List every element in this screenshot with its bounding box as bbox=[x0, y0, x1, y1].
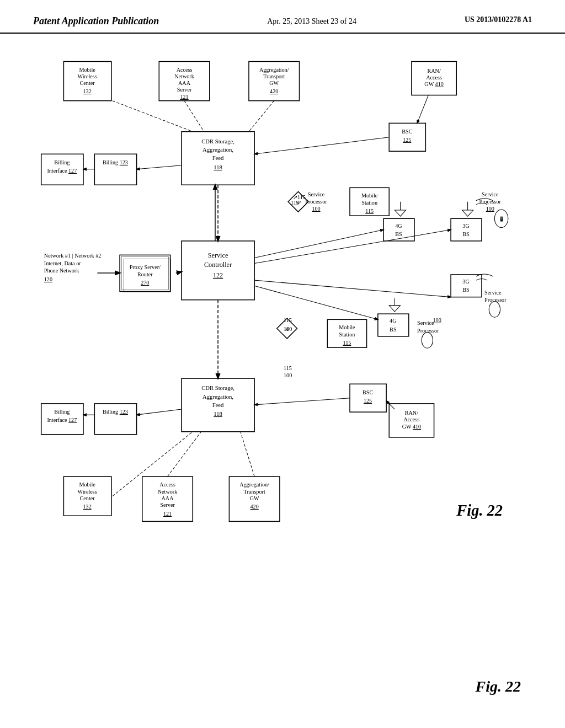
svg-text:Mobile: Mobile bbox=[79, 481, 95, 488]
svg-text:420: 420 bbox=[270, 88, 278, 94]
svg-text:Aggregation/: Aggregation/ bbox=[259, 67, 289, 73]
svg-point-105 bbox=[422, 333, 433, 348]
svg-rect-92 bbox=[378, 314, 409, 336]
svg-text:Network: Network bbox=[158, 489, 178, 495]
svg-text:Wireless: Wireless bbox=[78, 73, 97, 79]
svg-text:Billing: Billing bbox=[54, 159, 70, 165]
svg-text:Network #1  |  Network #2: Network #1 | Network #2 bbox=[44, 253, 102, 259]
svg-text:BS: BS bbox=[395, 231, 402, 237]
svg-marker-57 bbox=[395, 210, 406, 216]
svg-line-149 bbox=[241, 432, 254, 477]
svg-text:RAN/: RAN/ bbox=[427, 68, 440, 74]
sheet-info: Apr. 25, 2013 Sheet 23 of 24 bbox=[267, 15, 356, 27]
svg-text:Server: Server bbox=[177, 87, 192, 93]
svg-line-38 bbox=[417, 95, 428, 124]
svg-text:Service: Service bbox=[208, 251, 228, 259]
svg-text:BSC: BSC bbox=[363, 389, 373, 395]
svg-text:Router: Router bbox=[137, 271, 153, 277]
svg-text:125: 125 bbox=[364, 398, 372, 404]
svg-text:GW 410: GW 410 bbox=[424, 81, 444, 87]
svg-text:Access: Access bbox=[426, 74, 442, 81]
svg-text:Mobile: Mobile bbox=[361, 192, 378, 199]
svg-text:Billing: Billing bbox=[54, 409, 70, 415]
svg-text:Service: Service bbox=[482, 191, 499, 197]
svg-text:4G: 4G bbox=[390, 318, 397, 324]
svg-text:Service: Service bbox=[417, 320, 434, 326]
svg-line-130 bbox=[386, 401, 395, 409]
svg-text:100: 100 bbox=[486, 206, 494, 212]
svg-text:420: 420 bbox=[250, 504, 259, 510]
svg-line-37 bbox=[249, 101, 274, 132]
svg-text:Aggregation,: Aggregation, bbox=[202, 146, 233, 153]
svg-text:Interface 127: Interface 127 bbox=[47, 417, 77, 423]
svg-text:Transport: Transport bbox=[244, 489, 265, 495]
svg-line-83 bbox=[254, 230, 451, 264]
svg-text:3G: 3G bbox=[462, 279, 470, 285]
svg-text:Wireless: Wireless bbox=[78, 489, 97, 495]
svg-text:Mobile: Mobile bbox=[79, 67, 95, 73]
svg-rect-74 bbox=[182, 241, 254, 300]
svg-text:Access: Access bbox=[159, 481, 175, 488]
svg-text:BS: BS bbox=[462, 231, 470, 237]
svg-marker-95 bbox=[389, 306, 400, 312]
patent-title: Patent Application Publication bbox=[33, 15, 159, 27]
svg-text:125: 125 bbox=[403, 137, 411, 143]
svg-text:132: 132 bbox=[83, 88, 91, 94]
svg-line-39 bbox=[254, 137, 389, 154]
svg-text:CDR Storage,: CDR Storage, bbox=[201, 384, 234, 391]
svg-line-78 bbox=[176, 272, 182, 273]
svg-text:118: 118 bbox=[214, 410, 222, 417]
svg-text:100: 100 bbox=[433, 317, 441, 323]
svg-text:AAA: AAA bbox=[178, 80, 191, 86]
svg-line-84 bbox=[254, 280, 451, 297]
figure-label: Fig. 22 bbox=[476, 678, 521, 695]
svg-text:AAA: AAA bbox=[162, 495, 174, 501]
svg-text:121: 121 bbox=[163, 511, 172, 517]
svg-text:115: 115 bbox=[284, 365, 292, 371]
svg-text:Billing 123: Billing 123 bbox=[103, 409, 128, 415]
svg-text:SP: SP bbox=[296, 200, 301, 205]
svg-text:115: 115 bbox=[365, 208, 374, 214]
page: Patent Application Publication Apr. 25, … bbox=[0, 0, 565, 728]
svg-text:100: 100 bbox=[312, 206, 320, 212]
svg-line-33 bbox=[137, 165, 182, 169]
svg-text:Aggregation,: Aggregation, bbox=[202, 393, 233, 400]
svg-text:GW: GW bbox=[269, 80, 279, 86]
svg-text:115: 115 bbox=[343, 340, 351, 346]
svg-line-82 bbox=[254, 230, 383, 258]
svg-text:122: 122 bbox=[213, 271, 223, 279]
svg-text:Billing 123: Billing 123 bbox=[103, 159, 128, 165]
svg-text:GW: GW bbox=[250, 495, 259, 501]
svg-line-117 bbox=[137, 409, 182, 415]
svg-text:Transport: Transport bbox=[263, 73, 285, 79]
svg-text:Controller: Controller bbox=[204, 261, 232, 269]
svg-text:120: 120 bbox=[44, 276, 52, 282]
svg-line-147 bbox=[113, 432, 193, 496]
svg-text:GW 410: GW 410 bbox=[402, 424, 422, 430]
svg-text:Server: Server bbox=[160, 502, 175, 508]
svg-text:Internet, Data or: Internet, Data or bbox=[44, 260, 81, 266]
svg-text:SP: SP bbox=[285, 327, 290, 332]
svg-text:CDR Storage,: CDR Storage, bbox=[201, 138, 234, 144]
svg-line-123 bbox=[254, 398, 350, 405]
svg-text:BS: BS bbox=[390, 326, 397, 333]
diagram-area: Mobile Wireless Center 132 Access Networ… bbox=[0, 34, 565, 718]
figure-22-diagram: Mobile Wireless Center 132 Access Networ… bbox=[11, 45, 554, 706]
svg-text:Feed: Feed bbox=[212, 402, 224, 408]
svg-text:RAN/: RAN/ bbox=[405, 410, 418, 416]
svg-line-35 bbox=[113, 101, 193, 132]
svg-text:BS: BS bbox=[462, 287, 470, 293]
svg-text:Station: Station bbox=[339, 331, 355, 338]
svg-text:📱: 📱 bbox=[499, 216, 505, 222]
svg-rect-86 bbox=[451, 275, 482, 297]
svg-text:Station: Station bbox=[361, 200, 377, 206]
svg-text:Access: Access bbox=[404, 416, 420, 422]
svg-text:Feed: Feed bbox=[212, 154, 224, 161]
patent-number: US 2013/0102278 A1 bbox=[465, 15, 532, 24]
svg-text:118: 118 bbox=[214, 164, 222, 170]
svg-text:Proxy Server/: Proxy Server/ bbox=[130, 264, 161, 270]
svg-text:270: 270 bbox=[141, 280, 149, 286]
svg-text:Interface 127: Interface 127 bbox=[47, 168, 77, 174]
svg-rect-54 bbox=[383, 218, 414, 241]
svg-text:Phone Network: Phone Network bbox=[44, 267, 79, 274]
